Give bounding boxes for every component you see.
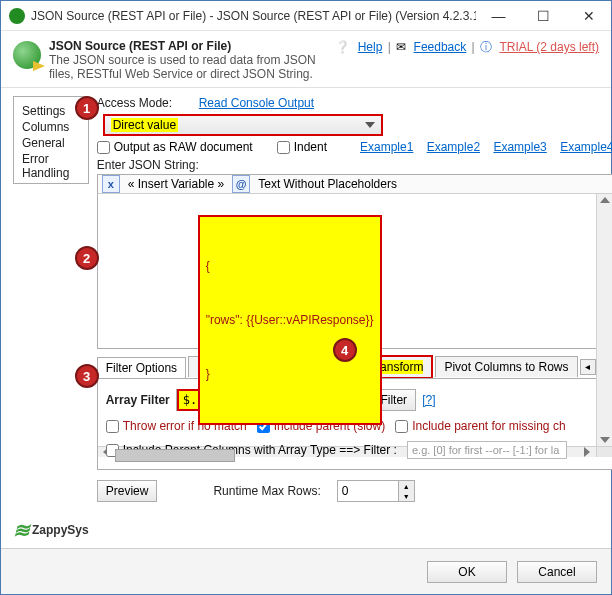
access-mode-value: Direct value bbox=[111, 118, 178, 132]
source-icon bbox=[13, 41, 41, 69]
max-rows-label: Runtime Max Rows: bbox=[213, 484, 320, 498]
access-mode-label: Access Mode: bbox=[97, 96, 193, 110]
json-editor: x « Insert Variable » @ Text Without Pla… bbox=[97, 174, 612, 349]
preview-button[interactable]: Preview bbox=[97, 480, 158, 502]
dialog-window: JSON Source (REST API or File) - JSON So… bbox=[0, 0, 612, 595]
sidebar-item-settings[interactable]: Settings bbox=[22, 103, 80, 119]
chevron-down-icon bbox=[365, 122, 375, 128]
insert-variable-label[interactable]: « Insert Variable » bbox=[128, 177, 225, 191]
zappysys-logo: ≋ZappySys bbox=[13, 518, 89, 546]
text-no-placeholders-label[interactable]: Text Without Placeholders bbox=[258, 177, 397, 191]
spin-down[interactable]: ▼ bbox=[398, 491, 414, 501]
sidebar: Settings Columns General Error Handling bbox=[13, 96, 89, 184]
tab-filter-options[interactable]: Filter Options bbox=[97, 357, 186, 379]
window-title: JSON Source (REST API or File) - JSON So… bbox=[31, 9, 476, 23]
feedback-link[interactable]: Feedback bbox=[414, 40, 467, 54]
titlebar: JSON Source (REST API or File) - JSON So… bbox=[1, 1, 611, 31]
help-link[interactable]: Help bbox=[358, 40, 383, 54]
maximize-button[interactable]: ☐ bbox=[521, 1, 566, 30]
sidebar-item-general[interactable]: General bbox=[22, 135, 80, 151]
header-description: The JSON source is used to read data fro… bbox=[49, 53, 327, 81]
sidebar-item-error-handling[interactable]: Error Handling bbox=[22, 151, 80, 181]
cancel-button[interactable]: Cancel bbox=[517, 561, 597, 583]
vertical-scrollbar[interactable] bbox=[596, 194, 613, 446]
close-button[interactable]: ✕ bbox=[566, 1, 611, 30]
app-icon bbox=[9, 8, 25, 24]
max-rows-input[interactable] bbox=[338, 481, 398, 501]
minimize-button[interactable]: ― bbox=[476, 1, 521, 30]
json-textarea[interactable]: { "rows": {{User::vAPIResponse}} } bbox=[98, 194, 596, 446]
help-icon: ❔ bbox=[335, 40, 350, 54]
header-title: JSON Source (REST API or File) bbox=[49, 39, 327, 53]
raw-output-checkbox[interactable]: Output as RAW document bbox=[97, 140, 253, 154]
trial-link[interactable]: TRIAL (2 days left) bbox=[499, 40, 599, 54]
insert-variable-icon[interactable]: x bbox=[102, 175, 120, 193]
dialog-footer: OK Cancel bbox=[1, 548, 611, 594]
access-mode-dropdown[interactable]: Direct value bbox=[103, 114, 383, 136]
header: JSON Source (REST API or File) The JSON … bbox=[1, 31, 611, 88]
mail-icon: ✉ bbox=[396, 40, 406, 54]
ok-button[interactable]: OK bbox=[427, 561, 507, 583]
example3-link[interactable]: Example3 bbox=[493, 140, 546, 154]
sidebar-item-columns[interactable]: Columns bbox=[22, 119, 80, 135]
spin-up[interactable]: ▲ bbox=[398, 481, 414, 491]
example4-link[interactable]: Example4 bbox=[560, 140, 612, 154]
info-icon: ⓘ bbox=[480, 40, 492, 54]
example1-link[interactable]: Example1 bbox=[360, 140, 413, 154]
max-rows-spinner[interactable]: ▲▼ bbox=[337, 480, 415, 502]
indent-checkbox[interactable]: Indent bbox=[277, 140, 327, 154]
horizontal-scrollbar[interactable] bbox=[98, 446, 612, 457]
read-console-link[interactable]: Read Console Output bbox=[199, 96, 314, 110]
json-string-label: Enter JSON String: bbox=[97, 158, 612, 172]
text-no-placeholders-icon[interactable]: @ bbox=[232, 175, 250, 193]
example2-link[interactable]: Example2 bbox=[427, 140, 480, 154]
